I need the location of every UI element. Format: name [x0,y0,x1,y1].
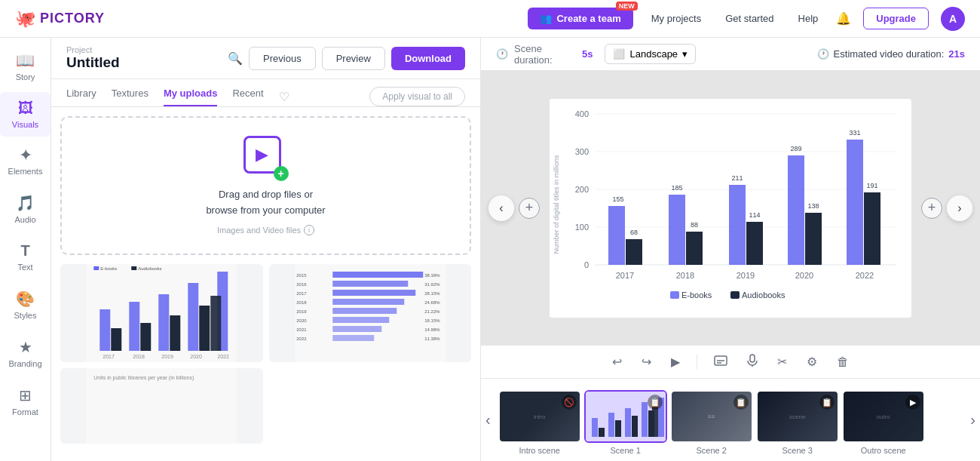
svg-text:2020: 2020 [296,318,307,323]
undo-button[interactable]: ↩ [609,352,625,372]
scene-thumb-intro: intro 🚫 Intro scene [498,390,581,455]
app-logo[interactable]: 🐙 PICTORY [15,9,105,29]
svg-rect-97 [615,420,621,437]
svg-rect-23 [332,290,415,296]
sidebar-item-format[interactable]: ⊞ Format [0,379,51,424]
play-button[interactable]: ▶ [668,352,683,372]
upgrade-button[interactable]: Upgrade [863,8,929,29]
redo-button[interactable]: ↪ [639,352,654,372]
favorites-icon[interactable]: ♡ [279,90,289,104]
delete-button[interactable]: 🗑 [834,352,852,372]
canvas-frame: 400 300 200 100 0 Number of digital titl… [550,99,911,318]
sidebar-item-audio-label: Audio [14,215,35,224]
svg-rect-24 [332,299,404,305]
team-icon: 👥 [540,13,552,24]
thumbnail-1[interactable]: 2017 2018 2019 2020 2022 E-books Audiobo… [60,264,263,362]
thumbnail-3[interactable]: Units in public libraries per year (in b… [60,368,263,444]
svg-text:2019: 2019 [737,271,755,280]
svg-text:2017: 2017 [616,271,634,280]
svg-rect-95 [599,428,605,437]
scene-2-thumbnail[interactable]: ≡≡ 📋 [670,390,753,443]
help-link[interactable]: Help [792,10,825,27]
timeline: ‹ intro 🚫 Intro scene [481,378,980,461]
upload-area[interactable]: ▶ + Drag and drop files orbrowse from yo… [60,116,471,255]
scene-intro-thumbnail[interactable]: intro 🚫 [498,390,581,443]
project-label: Project [66,45,120,54]
canvas-add-right-button[interactable]: + [921,198,942,219]
svg-rect-67 [729,185,746,265]
svg-rect-100 [642,402,648,437]
scene-2-overlay-icon: 📋 [733,395,749,410]
timeline-next-button[interactable]: › [966,379,980,461]
previous-button[interactable]: Previous [249,47,316,70]
svg-text:2020: 2020 [795,271,813,280]
sidebar-item-visuals[interactable]: 🖼 Visuals [0,92,51,137]
project-info: Project Untitled [66,45,120,71]
thumbnail-2[interactable]: 38.39% 31.92% 28.15% 24.68% 21.22% 18.15… [269,264,472,362]
svg-rect-1 [100,309,110,351]
preview-button[interactable]: Preview [322,47,385,70]
download-button[interactable]: Download [391,47,465,70]
clock2-icon: 🕐 [817,48,829,60]
canvas-area: ‹ + 400 300 200 100 0 [481,71,980,345]
svg-text:289: 289 [790,145,801,152]
notifications-icon[interactable]: 🔔 [836,11,851,26]
svg-rect-2 [111,328,121,351]
sidebar-item-audio[interactable]: 🎵 Audio [0,186,51,232]
scene-info: 🕐 Scene duration: 5s [496,43,593,66]
svg-rect-59 [608,206,625,265]
tab-my-uploads[interactable]: My uploads [164,88,218,106]
svg-text:2018: 2018 [296,300,307,305]
sidebar-item-story[interactable]: 📖 Story [0,44,51,89]
mic-button[interactable] [744,351,761,373]
svg-text:31.92%: 31.92% [424,282,440,287]
chart-thumb-2: 38.39% 31.92% 28.15% 24.68% 21.22% 18.15… [269,264,472,362]
svg-rect-60 [626,239,642,265]
sidebar-item-visuals-label: Visuals [12,120,38,129]
timeline-prev-button[interactable]: ‹ [481,379,495,461]
video-duration-label: Estimated video duration: [834,48,945,60]
svg-text:2015: 2015 [296,273,307,278]
orientation-label: Landscape [629,48,678,60]
canvas-nav-right-button[interactable]: › [947,195,972,221]
scene-duration-label: Scene duration: [514,43,576,66]
sidebar-item-branding[interactable]: ★ Branding [0,330,51,376]
scene-outro-thumbnail[interactable]: outro ▶ [842,390,925,443]
svg-text:2022: 2022 [217,354,229,359]
settings-button[interactable]: ⚙ [804,352,820,372]
scene-1-thumbnail[interactable]: 📋 [584,390,667,443]
sidebar-item-text-label: Text [17,263,32,272]
sidebar-item-styles[interactable]: 🎨 Styles [0,282,51,327]
sidebar-item-story-label: Story [16,72,35,81]
my-projects-link[interactable]: My projects [645,10,707,27]
svg-text:2020: 2020 [190,354,202,359]
svg-text:2017: 2017 [296,291,307,296]
scene-outro-overlay-icon: ▶ [905,395,920,410]
orientation-selector[interactable]: ⬜ Landscape ▾ [605,44,696,64]
scene-intro-overlay-icon: 🚫 [562,395,577,410]
avatar[interactable]: A [941,7,965,31]
search-button[interactable]: 🔍 [228,51,243,66]
get-started-link[interactable]: Get started [719,10,779,27]
svg-text:300: 300 [575,147,589,156]
svg-text:400: 400 [575,109,589,118]
scene-3-thumbnail[interactable]: scene 📋 [756,390,839,443]
tab-library[interactable]: Library [66,88,96,106]
sidebar-item-text[interactable]: T Text [0,235,51,279]
canvas-nav-left-button[interactable]: ‹ [488,195,514,221]
main-chart: 400 300 200 100 0 Number of digital titl… [550,99,911,318]
cut-button[interactable]: ✂ [774,352,790,372]
info-icon: i [304,225,314,235]
svg-text:Audiobooks: Audiobooks [138,266,161,271]
create-team-button[interactable]: 👥 Create a team NEW [528,8,632,29]
tab-recent[interactable]: Recent [232,88,263,106]
subtitle-button[interactable] [711,352,730,372]
scene-1-overlay-icon: 📋 [648,395,663,410]
canvas-toolbar: ↩ ↪ ▶ ✂ ⚙ 🗑 [481,345,980,378]
svg-text:2019: 2019 [161,354,173,359]
tab-textures[interactable]: Textures [112,88,149,106]
svg-text:2018: 2018 [133,354,145,359]
sidebar-item-elements[interactable]: ✦ Elements [0,140,51,183]
canvas-add-left-button[interactable]: + [519,198,540,219]
apply-visual-button[interactable]: Apply visual to all [369,87,465,106]
